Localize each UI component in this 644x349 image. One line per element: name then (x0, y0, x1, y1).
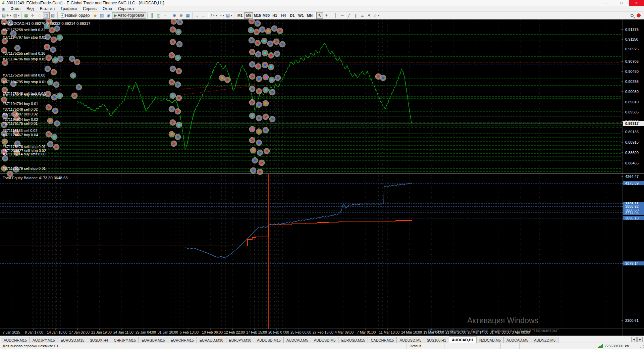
indicators-button[interactable]: ƒ+▾ (209, 12, 218, 19)
trade-marker[interactable] (14, 45, 20, 51)
trade-marker[interactable] (259, 27, 265, 33)
trade-marker[interactable] (249, 37, 255, 43)
trade-marker[interactable] (170, 93, 176, 99)
community-button[interactable]: ◉ (105, 12, 112, 19)
trade-marker[interactable] (176, 68, 182, 74)
trade-marker[interactable] (256, 129, 262, 135)
chart-tab-eurusdm15[interactable]: EURUSD,M15 (58, 337, 88, 343)
trade-marker[interactable] (257, 150, 263, 156)
arrows-tool-button[interactable]: ☆▾ (372, 12, 380, 19)
timeframe-d1-button[interactable]: D1 (288, 12, 297, 19)
channel-button[interactable]: ∥ (352, 12, 359, 19)
trade-marker[interactable] (268, 52, 274, 58)
trade-marker[interactable] (45, 91, 51, 97)
chart-background[interactable] (0, 19, 644, 336)
trade-marker[interactable] (57, 35, 63, 41)
trade-marker[interactable] (170, 27, 176, 33)
line-chart-button[interactable]: ≈ (162, 12, 169, 19)
trade-marker[interactable] (249, 61, 255, 67)
trade-marker[interactable] (249, 137, 255, 143)
trade-marker[interactable] (249, 73, 255, 80)
trade-marker[interactable] (57, 93, 63, 99)
trade-marker[interactable] (249, 99, 255, 105)
trendline-button[interactable]: ╱ (345, 12, 352, 19)
chart-tab-audusdm5[interactable]: AUDUSD,M5 (311, 337, 339, 343)
trade-marker[interactable] (54, 120, 60, 127)
chart-tab-usdxh4[interactable]: $USDX,H4 (87, 337, 111, 343)
trade-marker[interactable] (169, 106, 175, 112)
chart-tab-eurgbpm15[interactable]: EURGBP,M15 (139, 337, 168, 343)
crosshair-button[interactable]: + (323, 12, 330, 19)
trade-marker[interactable] (249, 113, 255, 119)
chart-tab-chfjpym15[interactable]: CHFJPY,M15 (111, 337, 139, 343)
chart-tab-audusdm15[interactable]: AUDUSD,M15 (254, 337, 284, 343)
trade-marker[interactable] (263, 114, 269, 120)
trade-marker[interactable] (46, 104, 52, 110)
menu-справка[interactable]: Справка (115, 6, 137, 11)
trade-marker[interactable] (175, 108, 181, 114)
trade-marker[interactable] (169, 131, 175, 137)
trade-marker[interactable] (219, 75, 225, 81)
candlestick-button[interactable]: ◫ (155, 12, 162, 19)
trade-marker[interactable] (275, 75, 281, 81)
bar-chart-button[interactable]: ║ (149, 12, 155, 19)
chart-tab-nzdcadm5[interactable]: NZDCAD,M5 (476, 337, 504, 343)
trade-marker[interactable] (254, 29, 260, 35)
trade-marker[interactable] (267, 41, 273, 47)
text-tool-button[interactable]: A (366, 12, 372, 19)
menu-вид[interactable]: Вид (23, 6, 37, 11)
trade-marker[interactable] (47, 118, 53, 124)
trade-marker[interactable] (380, 75, 386, 81)
trade-marker[interactable] (224, 77, 230, 83)
trade-marker[interactable] (54, 26, 60, 32)
trade-marker[interactable] (268, 64, 274, 70)
trade-marker[interactable] (51, 134, 57, 140)
chart-tab-audcadm5[interactable]: AUDCAD,M5 (503, 337, 531, 343)
trade-marker[interactable] (277, 28, 283, 34)
trade-marker[interactable] (175, 29, 181, 35)
trade-marker[interactable] (52, 108, 58, 114)
trade-marker[interactable] (265, 28, 271, 34)
chart-tab-audnzdm5[interactable]: AUDNZD,M5 (531, 337, 558, 343)
chart-tab-audcadm5[interactable]: AUDCAD,M5 (283, 337, 311, 343)
status-profile[interactable]: Default (407, 343, 444, 349)
trade-marker[interactable] (255, 40, 261, 46)
trade-marker[interactable] (269, 89, 275, 95)
horizontal-line-button[interactable]: ─ (339, 12, 345, 19)
trade-marker[interactable] (249, 49, 255, 55)
profiles-button[interactable]: ▥▾ (12, 12, 20, 19)
autotrading-button[interactable]: ▶Авто-торговля (112, 12, 146, 19)
new-order-button[interactable]: +Новый ордер (59, 12, 92, 19)
trade-marker[interactable] (263, 127, 269, 133)
chart-tab-audcadh1[interactable]: AUDCAD,H1 (449, 336, 477, 343)
trade-marker[interactable] (57, 56, 63, 62)
data-window-button[interactable]: ✛ (30, 12, 36, 19)
trade-marker[interactable] (47, 141, 53, 147)
trade-marker[interactable] (269, 77, 275, 83)
trade-marker[interactable] (74, 59, 80, 65)
trade-marker[interactable] (76, 84, 82, 90)
trade-marker[interactable] (175, 82, 181, 88)
trade-marker[interactable] (262, 62, 268, 68)
trade-marker[interactable] (248, 27, 254, 33)
trade-marker[interactable] (71, 93, 77, 99)
trade-marker[interactable] (51, 37, 57, 43)
trade-marker[interactable] (255, 20, 261, 27)
trade-marker[interactable] (46, 131, 52, 137)
trade-marker[interactable] (263, 100, 269, 106)
fibonacci-button[interactable]: Ξ (359, 12, 366, 19)
zoom-in-button[interactable]: ⊕ (171, 12, 178, 19)
chart-tab-audjpym15[interactable]: AUDJPY,M15 (30, 337, 58, 343)
maximize-button[interactable]: □ (614, 0, 629, 6)
timeframe-m5-button[interactable]: M5 (244, 12, 253, 19)
trade-marker[interactable] (255, 63, 261, 69)
vertical-line-button[interactable]: │ (332, 12, 339, 19)
timeframe-m30-button[interactable]: M30 (262, 12, 270, 19)
trade-marker[interactable] (53, 144, 59, 150)
timeframe-m15-button[interactable]: M15 (253, 12, 262, 19)
timeframe-mn-button[interactable]: MN (305, 12, 314, 19)
trade-marker[interactable] (249, 126, 255, 132)
trade-marker[interactable] (252, 157, 258, 163)
metaeditor-button[interactable]: ◆ (92, 12, 99, 19)
menu-графики[interactable]: Графики (58, 6, 80, 11)
